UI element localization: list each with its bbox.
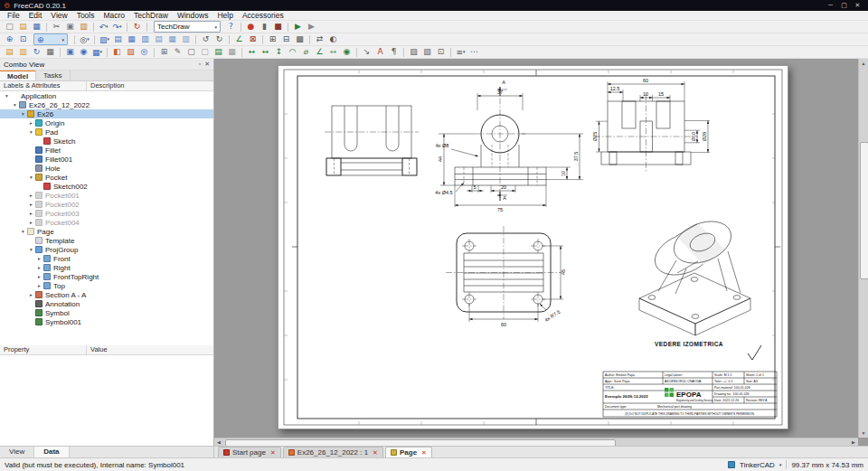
tab-document[interactable]: Ex26_26_12_2022 : 1 ✕ [283,447,383,457]
expand-arrow-icon[interactable]: ▾ [11,102,19,108]
dimension-60[interactable]: 60 [501,322,506,327]
tree-item[interactable]: ▸ Pocket004 [0,218,213,227]
dimension-d26[interactable]: Ø26 [702,132,707,141]
minimize-button[interactable]: ─ [824,2,837,9]
annotation-tool-icon[interactable]: A [373,46,387,58]
close-button[interactable]: ✕ [851,2,864,9]
insert-image-icon[interactable]: ▦ [225,46,239,58]
tree-item[interactable]: ▾ Pocket [0,173,213,182]
tree-item[interactable]: Annotation [0,299,213,308]
fit-selection-icon[interactable]: ⊡ [16,33,30,45]
rotate-right-icon[interactable]: ↻ [212,33,226,45]
tree-item[interactable]: ▾ ProjGroup [0,245,213,254]
dimension-extent-icon[interactable]: ↔ [326,46,340,58]
zoom-dropdown[interactable]: ⊕ ▾ [33,33,68,45]
tab-tasks[interactable]: Tasks [36,71,70,80]
tree-item[interactable]: ▾ Ex26 [0,109,213,118]
dimension-radius-icon[interactable]: ◠ [286,46,299,58]
macro-stop-icon[interactable]: ■ [271,21,285,33]
clear-measurement-icon[interactable]: ⊠ [246,33,259,45]
dimension-length-icon[interactable]: ↔ [245,46,259,58]
dimension-75[interactable]: 75 [497,207,503,212]
tree-item[interactable]: Fillet [0,146,213,155]
menu-view[interactable]: View [46,11,71,21]
dimension-diameter-icon[interactable]: ⌀ [299,46,313,58]
section-label-top[interactable]: A [502,80,505,85]
new-document-icon[interactable]: ▢ [3,21,16,33]
expand-arrow-icon[interactable]: ▸ [27,193,35,198]
tree-item[interactable]: ▾ Ex26_26_12_2022 [0,100,213,109]
tree-item[interactable]: ▸ Section A - A [0,290,213,299]
toggle-frames-icon[interactable]: ⊡ [434,46,448,58]
expand-arrow-icon[interactable]: ▸ [35,256,43,261]
tree-item[interactable]: ▸ Origin [0,118,213,127]
fit-all-icon[interactable]: ⊕ [3,33,16,45]
menu-edit[interactable]: Edit [24,11,47,21]
iso-view-annotation[interactable]: VEDERE IZOMETRICA [655,341,723,347]
tree-item[interactable]: ▸ Pocket002 [0,200,213,209]
section-label-bottom[interactable]: A [503,195,506,201]
macro-record-icon[interactable]: ● [244,21,258,33]
view-front-icon[interactable]: ▤ [111,33,125,45]
dimension-60[interactable]: 60 [643,78,648,83]
dimension-angle-icon[interactable]: ∠ [313,46,326,58]
maximize-button[interactable]: ▢ [837,2,851,9]
expand-arrow-icon[interactable]: ▸ [35,283,43,288]
dimension-10[interactable]: 10 [561,171,566,176]
tab-page[interactable]: Page ✕ [385,447,432,457]
tree-item[interactable]: ▸ FrontTopRight [0,272,213,281]
stack-group-icon[interactable]: ≡ [454,46,467,58]
tree-item[interactable]: ▾ Pad [0,127,213,137]
scroll-left-icon[interactable]: ◀ [214,438,223,446]
whats-this-icon[interactable]: ? [224,21,238,33]
hatch-region-icon[interactable]: ▨ [407,46,420,58]
value-column-header[interactable]: Value [87,345,108,354]
scroll-right-icon[interactable]: ▶ [849,438,858,446]
expand-arrow-icon[interactable]: ▸ [27,202,35,207]
float-panel-icon[interactable]: ▫ [199,61,201,68]
horizontal-scrollbar[interactable]: ◀ ▶ [214,438,858,446]
expand-arrow-icon[interactable]: ▾ [27,129,35,135]
tab-close-icon[interactable]: ✕ [270,449,276,457]
section-view-icon[interactable]: ◧ [110,46,124,58]
box-selection-icon[interactable]: ⊞ [266,33,279,45]
insert-draft-view-icon[interactable]: ▢ [184,46,198,58]
macro-debug-icon[interactable]: ▶ [305,21,318,33]
horizontal-scroll-thumb[interactable] [225,439,616,446]
dimension-37[interactable]: 37 [497,89,503,95]
insert-arch-view-icon[interactable]: ▢ [198,46,212,58]
dimension-20[interactable]: 20 [501,184,506,190]
view-left-icon[interactable]: ▥ [179,33,193,45]
techdraw-page[interactable]: .ln{stroke:#1a1a1a;stroke-width:.9;fill:… [278,65,788,429]
close-panel-icon[interactable]: ✕ [204,61,210,68]
insert-projection-group-icon[interactable]: ▦ [90,46,104,58]
expand-arrow-icon[interactable]: ▸ [27,120,35,126]
draw-style-icon[interactable]: ◎ [78,33,91,45]
dimension-37-5[interactable]: 37.5 [573,152,579,162]
save-file-icon[interactable]: ▦ [30,21,43,33]
property-editor-body[interactable] [0,355,213,446]
expand-arrow-icon[interactable]: ▾ [27,247,35,252]
tab-close-icon[interactable]: ✕ [373,449,378,457]
expand-arrow-icon[interactable]: ▸ [35,274,43,279]
balloon-icon[interactable]: ◉ [340,46,354,58]
dimension-10[interactable]: 10 [643,91,648,97]
mdi-area[interactable]: .ln{stroke:#1a1a1a;stroke-width:.9;fill:… [214,59,868,446]
copy-icon[interactable]: ▣ [63,21,77,33]
tree-item[interactable]: Fillet001 [0,155,213,164]
dimension-45[interactable]: 45 [561,269,566,275]
tree-item[interactable]: Sketch002 [0,182,213,191]
open-file-icon[interactable]: ▤ [16,21,30,33]
menu-tools[interactable]: Tools [72,11,99,21]
dimension-d25[interactable]: Ø25 [592,132,598,141]
tab-data[interactable]: Data [34,447,69,457]
vertical-scroll-thumb[interactable] [860,142,868,279]
menu-accessories[interactable]: Accessories [238,11,288,21]
rotate-left-icon[interactable]: ↺ [199,33,212,45]
expand-arrow-icon[interactable]: ▸ [35,265,43,270]
drawing-sheet[interactable]: .ln{stroke:#1a1a1a;stroke-width:.9;fill:… [278,65,788,429]
clip-group-icon[interactable]: ⊞ [157,46,171,58]
workbench-selector[interactable]: TechDraw ▾ [154,21,221,33]
tree-item[interactable]: ▾ Application [0,91,213,100]
property-column-header[interactable]: Property [0,345,87,354]
